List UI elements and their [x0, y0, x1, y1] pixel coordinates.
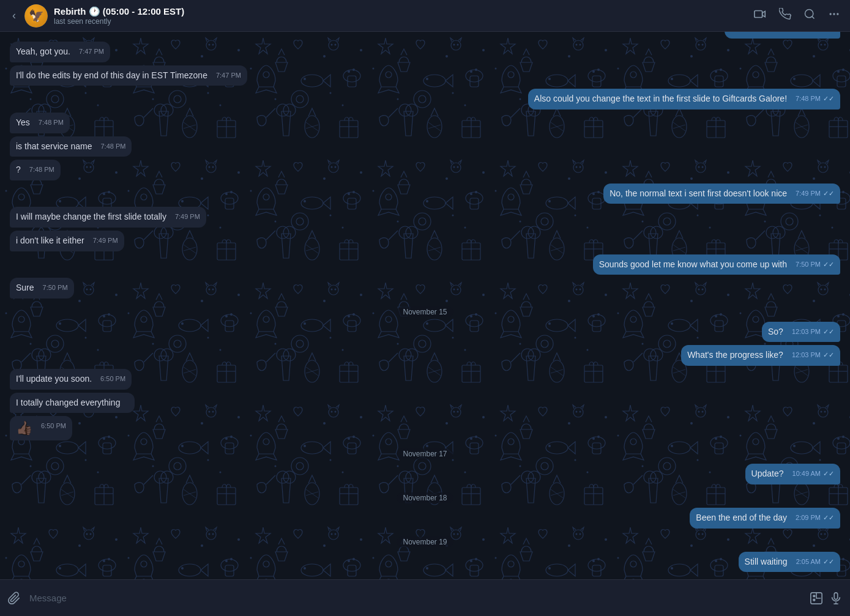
message-row: i don't like it either 7:49 PM: [10, 231, 840, 251]
message-text: i don't like it either: [16, 236, 84, 245]
attach-button[interactable]: [7, 592, 21, 605]
header-info: Rebirth 🕐 (05:00 - 12:00 EST) last seen …: [54, 6, 184, 26]
date-separator-nov17: November 17: [10, 450, 840, 458]
message-row: I'll update you soon. 6:50 PM: [10, 369, 840, 390]
messages-list: November 12 Yeah but match it to your gf…: [0, 32, 850, 579]
contact-status: last seen recently: [54, 17, 184, 26]
message-bubble: Yeah, got you. 7:47 PM: [10, 42, 110, 62]
date-separator-nov18: November 18: [10, 494, 840, 502]
message-bubble: 👍🏿 6:50 PM: [10, 416, 72, 440]
message-text: Update?: [751, 469, 784, 478]
message-time: 7:49 PM: [93, 236, 118, 245]
contact-name: Rebirth 🕐 (05:00 - 12:00 EST): [54, 6, 184, 17]
video-call-icon[interactable]: [753, 7, 767, 24]
message-row: So? 12:03 PM ✓✓: [10, 322, 840, 343]
message-time: 7:50 PM: [43, 283, 68, 292]
voice-call-icon[interactable]: [779, 8, 791, 23]
message-bubble: i don't like it either 7:49 PM: [10, 231, 124, 251]
sticker-button[interactable]: [810, 592, 823, 605]
header-left: ‹ 🦅 Rebirth 🕐 (05:00 - 12:00 EST) last s…: [10, 4, 753, 28]
message-time: 12:03 PM: [792, 351, 821, 360]
read-receipt: ✓✓: [823, 513, 834, 522]
mic-button[interactable]: [829, 592, 843, 605]
message-text: Also could you change the text in the fi…: [534, 94, 787, 103]
read-receipt: ✓✓: [823, 469, 834, 478]
message-bubble: is that service name 7:48 PM: [10, 136, 132, 157]
chat-area: November 12 Yeah but match it to your gf…: [0, 32, 850, 579]
date-separator-nov15: November 15: [10, 308, 840, 316]
message-bubble: So? 12:03 PM ✓✓: [762, 322, 840, 343]
message-input[interactable]: [27, 588, 803, 608]
message-bubble: Like the theme 7:47 PM ✓✓: [725, 32, 840, 39]
message-time: 7:47 PM: [79, 47, 104, 56]
message-text: Like the theme: [731, 32, 787, 33]
message-meta: 7:48 PM: [26, 165, 54, 174]
message-text: Yeah, got you.: [16, 46, 70, 56]
message-text: I'll do the edits by end of this day in …: [16, 70, 207, 80]
avatar: 🦅: [24, 4, 48, 28]
message-row: What's the progress like? 12:03 PM ✓✓: [10, 345, 840, 366]
message-time: 7:49 PM: [175, 212, 200, 221]
message-text: 👍🏿: [16, 420, 32, 436]
svg-point-3: [833, 13, 835, 15]
message-row: Yes 7:48 PM: [10, 113, 840, 133]
message-meta: 7:50 PM ✓✓: [792, 260, 834, 269]
svg-rect-0: [755, 11, 762, 18]
read-receipt: ✓✓: [823, 32, 834, 33]
search-icon[interactable]: [803, 8, 816, 23]
message-meta: 7:47 PM ✓✓: [792, 32, 834, 33]
message-bubble: Still waiting 2:05 AM ✓✓: [739, 552, 840, 573]
message-time: 2:09 PM: [796, 513, 821, 522]
message-meta: 2:05 AM ✓✓: [792, 557, 834, 566]
message-text: I totally changed everything: [16, 398, 120, 407]
message-text: Sounds good let me know what you come up…: [599, 259, 787, 269]
message-text: I'll update you soon.: [16, 374, 92, 384]
message-bubble: Sure 7:50 PM: [10, 278, 74, 299]
message-input-area: [0, 579, 850, 616]
message-meta: 7:48 PM ✓✓: [792, 94, 834, 103]
chat-header: ‹ 🦅 Rebirth 🕐 (05:00 - 12:00 EST) last s…: [0, 0, 850, 32]
message-text: Sure: [16, 283, 34, 292]
message-row: Update? 10:49 AM ✓✓: [10, 464, 840, 484]
message-meta: 6:50 PM: [37, 421, 66, 431]
message-row: I totally changed everything: [10, 393, 840, 414]
svg-point-4: [837, 13, 838, 15]
message-meta: 12:03 PM ✓✓: [788, 327, 834, 336]
more-options-icon[interactable]: [828, 8, 840, 23]
message-time: 2:05 AM: [796, 557, 821, 566]
message-text: Still waiting: [745, 557, 788, 566]
message-meta: 7:47 PM: [75, 47, 104, 56]
message-bubble: Sounds good let me know what you come up…: [593, 254, 840, 275]
svg-point-2: [830, 13, 832, 15]
message-row: I'll do the edits by end of this day in …: [10, 65, 840, 86]
message-row: No, the normal text i sent first doesn't…: [10, 184, 840, 204]
message-bubble: What's the progress like? 12:03 PM ✓✓: [681, 345, 840, 366]
message-row: I will maybe change the first slide tota…: [10, 207, 840, 228]
avatar-container: 🦅: [24, 4, 48, 28]
message-bubble: Yes 7:48 PM: [10, 113, 70, 133]
message-row: Still waiting 2:05 AM ✓✓: [10, 552, 840, 573]
message-time: 7:49 PM: [796, 189, 821, 198]
message-bubble: Update? 10:49 AM ✓✓: [745, 464, 840, 484]
message-meta: 7:49 PM ✓✓: [792, 189, 834, 198]
svg-point-1: [805, 10, 813, 18]
message-meta: 7:48 PM: [35, 118, 64, 127]
message-bubble: No, the normal text i sent first doesn't…: [603, 184, 840, 204]
read-receipt: ✓✓: [823, 327, 834, 336]
message-meta: 10:49 AM ✓✓: [789, 469, 834, 478]
message-row: 👍🏿 6:50 PM: [10, 416, 840, 440]
message-row: Sounds good let me know what you come up…: [10, 254, 840, 275]
message-time: 7:48 PM: [39, 118, 64, 127]
message-text: I will maybe change the first slide tota…: [16, 212, 166, 221]
svg-point-34: [813, 595, 815, 596]
avatar-inner: 🦅: [24, 4, 48, 28]
message-time: 7:48 PM: [101, 142, 126, 151]
read-receipt: ✓✓: [823, 351, 834, 360]
svg-point-35: [813, 599, 815, 601]
message-row: Like the theme 7:47 PM ✓✓: [10, 32, 840, 39]
message-meta: 7:50 PM: [39, 283, 68, 292]
back-button[interactable]: ‹: [10, 7, 18, 24]
message-meta: 7:48 PM: [97, 142, 126, 151]
message-row: ? 7:48 PM: [10, 160, 840, 180]
date-separator-nov19: November 19: [10, 538, 840, 546]
